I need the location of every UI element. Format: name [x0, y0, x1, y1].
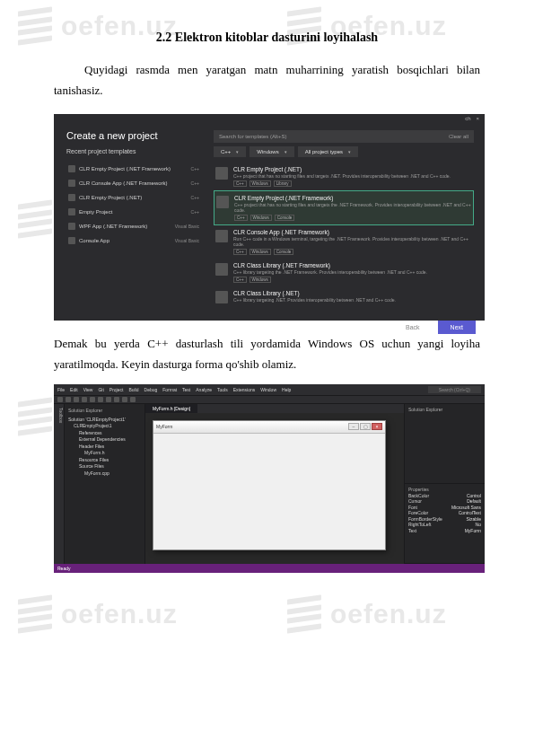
recent-templates-label: Recent project templates [66, 148, 201, 154]
menu-item[interactable]: Extensions [233, 387, 255, 392]
tree-node[interactable]: CLREmptyProject1 [68, 423, 143, 430]
form-designer-canvas[interactable]: MyForm – ▢ × [145, 413, 404, 564]
menu-item[interactable]: Analyze [196, 387, 212, 392]
recent-template-item[interactable]: CLR Console App (.NET Framework)C++ [66, 176, 201, 190]
form-close-icon[interactable]: × [372, 423, 382, 430]
menu-item[interactable]: Window [260, 387, 276, 392]
project-template-item[interactable]: CLR Empty Project (.NET)C++ project that… [214, 163, 474, 190]
template-icon [68, 237, 75, 244]
design-form[interactable]: MyForm – ▢ × [153, 420, 386, 550]
template-icon [216, 196, 229, 208]
template-icon [68, 194, 75, 201]
menu-item[interactable]: Format [162, 387, 177, 392]
menu-item[interactable]: Edit [70, 387, 78, 392]
menu-item[interactable]: Tools [217, 387, 228, 392]
tree-node[interactable]: Header Files [68, 444, 143, 451]
filter-project-type[interactable]: All project types [298, 146, 358, 157]
template-icon [215, 167, 228, 180]
paragraph-after: Demak bu yerda C++ dasturlash tili yorda… [54, 333, 480, 375]
menu-item[interactable]: Debug [144, 387, 158, 392]
tree-node[interactable]: Resource Files [68, 457, 143, 464]
section-title: 2.2 Elektron kitoblar dasturini loyihala… [54, 31, 480, 45]
recent-template-item[interactable]: WPF App (.NET Framework)Visual Basic [66, 219, 201, 233]
solution-explorer-panel: Solution Explorer Solution 'CLREmptyProj… [65, 404, 145, 564]
ide-toolbar [54, 395, 485, 404]
template-icon [68, 208, 75, 215]
template-icon [68, 180, 75, 187]
back-button[interactable]: Back [393, 321, 433, 334]
ide-search-input[interactable]: Search (Ctrl+Q) [428, 386, 481, 393]
recent-template-item[interactable]: CLR Empty Project (.NET)C++ [66, 190, 201, 205]
window-titlebar: ch × [54, 114, 485, 123]
screenshot-create-project: ch × Create a new project Recent project… [54, 114, 485, 321]
project-template-item[interactable]: CLR Empty Project (.NET Framework)C++ pr… [214, 190, 474, 225]
tree-node[interactable]: Source Files [68, 463, 143, 470]
solution-explorer-header: Solution Explorer [66, 406, 143, 415]
project-template-item[interactable]: CLR Class Library (.NET)C++ library targ… [214, 286, 474, 308]
recent-template-item[interactable]: CLR Empty Project (.NET Framework)C++ [66, 162, 201, 176]
recent-template-item[interactable]: Console AppVisual Basic [66, 233, 201, 248]
property-row[interactable]: TextMyForm [407, 528, 483, 534]
screenshot-ide-designer: File Edit View Git Project Build Debug F… [54, 384, 485, 573]
project-template-item[interactable]: CLR Console App (.NET Framework)Run C++ … [214, 225, 474, 259]
menu-item[interactable]: Build [128, 387, 138, 392]
next-button[interactable]: Next [438, 321, 476, 334]
filter-platform[interactable]: Windows [249, 146, 293, 157]
filter-language[interactable]: C++ [214, 146, 246, 157]
menu-item[interactable]: View [83, 387, 93, 392]
toolbox-tab[interactable]: Toolbox [54, 404, 65, 564]
template-icon [215, 230, 228, 242]
form-maximize-icon[interactable]: ▢ [360, 423, 371, 430]
properties-panel: Properties BackColorControlCursorDefault… [405, 484, 485, 564]
dialog-heading: Create a new project [66, 130, 201, 141]
ide-menubar: File Edit View Git Project Build Debug F… [54, 384, 485, 395]
clear-all-link[interactable]: Clear all [449, 134, 468, 139]
template-search-input[interactable]: Search for templates (Alt+S) Clear all [214, 130, 474, 143]
recent-template-item[interactable]: Empty ProjectC++ [66, 205, 201, 219]
template-icon [215, 291, 228, 303]
tab-design[interactable]: MyForm.h [Design] [145, 404, 197, 413]
form-title-text: MyForm [156, 424, 172, 429]
editor-tabs: MyForm.h [Design] [145, 404, 404, 413]
project-template-item[interactable]: CLR Class Library (.NET Framework)C++ li… [214, 259, 474, 286]
template-icon [68, 223, 75, 230]
menu-item[interactable]: Help [282, 387, 291, 392]
window-close-icon[interactable]: × [476, 116, 479, 121]
form-minimize-icon[interactable]: – [348, 423, 359, 430]
tree-node[interactable]: MyForm.h [68, 450, 143, 457]
menu-item[interactable]: Git [98, 387, 103, 392]
template-icon [68, 165, 75, 172]
menu-item[interactable]: Test [182, 387, 190, 392]
menu-item[interactable]: Project [109, 387, 124, 392]
template-icon [215, 263, 228, 276]
paragraph-intro: Quyidagi rasmda men yaratgan matn muharr… [54, 59, 480, 101]
tree-node[interactable]: External Dependencies [68, 436, 143, 444]
tree-node[interactable]: References [68, 430, 143, 437]
tree-node[interactable]: MyForm.cpp [68, 470, 143, 478]
ide-status-bar: Ready [54, 564, 485, 573]
menu-item[interactable]: File [57, 387, 65, 392]
tree-node[interactable]: Solution 'CLREmptyProject1' [68, 417, 143, 424]
right-panel-top: Solution Explorer [405, 404, 485, 484]
